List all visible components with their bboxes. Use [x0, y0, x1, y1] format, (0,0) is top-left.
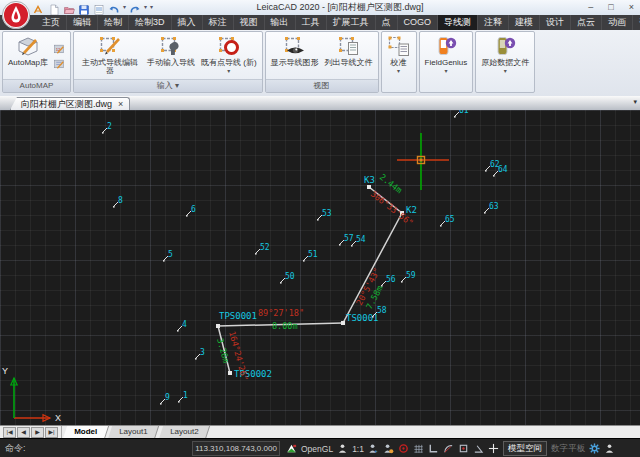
ortho-icon[interactable]	[428, 443, 439, 454]
document-tab[interactable]: 向阳村棚户区测图.dwg ×	[10, 97, 130, 110]
st-ucs-icon[interactable]	[286, 443, 297, 454]
qa-open-button[interactable]	[63, 2, 75, 14]
maximize-button[interactable]: □	[608, 0, 613, 15]
ribbon-tab-视图[interactable]: 视图	[234, 15, 265, 30]
ribbon-tab-点[interactable]: 点	[376, 15, 398, 30]
dropdown-icon[interactable]: ▾	[397, 68, 400, 74]
grid-icon	[413, 443, 424, 454]
opengl-label[interactable]: OpenGL	[301, 444, 333, 454]
ribbon-tab-扩展工具[interactable]: 扩展工具	[327, 15, 376, 30]
target-red-icon	[398, 443, 409, 454]
layout-nav-3[interactable]: ▶|	[45, 427, 58, 438]
ribbon-tab-插入[interactable]: 插入	[172, 15, 203, 30]
layout-nav-0[interactable]: |◀	[3, 427, 16, 438]
drawing-canvas[interactable]: TPS0001TS0001TPS0002K2K32618655251505357…	[0, 110, 640, 425]
point-dot	[484, 212, 486, 214]
tablet-button[interactable]: 数字平板	[551, 443, 585, 455]
model-space-button[interactable]: 模型空间	[503, 441, 547, 456]
osnap-icon[interactable]	[458, 443, 469, 454]
ribbon-tab-动画[interactable]: 动画	[602, 15, 633, 30]
qa-new-icon	[48, 4, 60, 16]
point-dot	[195, 358, 197, 360]
document-list-dropdown-icon[interactable]: ▾	[633, 98, 637, 106]
mini-map-2-button[interactable]	[53, 57, 66, 70]
close-button[interactable]: ×	[629, 0, 634, 15]
qa-save-button[interactable]	[78, 2, 90, 14]
ribbon-panel-label[interactable]: AutoMAP	[3, 79, 70, 92]
ribbon-button-原始数据文件[interactable]: 原始数据文件▾	[478, 32, 532, 92]
ribbon: AutoMap库12AutoMAP主动式导线编辑器手动输入导线既有点导线 (新)…	[0, 30, 640, 99]
ribbon-button-AutoMap库[interactable]: AutoMap库	[5, 32, 51, 79]
ribbon-tab-导线测[interactable]: 导线测	[438, 15, 478, 30]
person-orange-icon[interactable]	[383, 443, 394, 454]
qa-style-button[interactable]	[33, 2, 45, 14]
station-marker[interactable]	[367, 185, 371, 189]
point-dot	[280, 282, 282, 284]
ribbon-panel-label[interactable]: 视图	[266, 79, 378, 92]
ribbon-button-手动输入导线[interactable]: 手动输入导线	[144, 32, 198, 79]
qa-undo-button[interactable]	[108, 2, 120, 14]
calib-icon	[387, 34, 411, 58]
document-close-icon[interactable]: ×	[118, 98, 123, 110]
ribbon-tab-主页[interactable]: 主页	[36, 15, 67, 30]
annotation-scale-value[interactable]: 1:1	[352, 444, 364, 454]
ribbon-tab-绘制[interactable]: 绘制	[98, 15, 129, 30]
command-prompt[interactable]: 命令:	[5, 439, 26, 457]
ribbon-tab-编辑[interactable]: 编辑	[67, 15, 98, 30]
app-logo-icon[interactable]	[2, 1, 30, 29]
ribbon-tab-点云[interactable]: 点云	[571, 15, 602, 30]
layout-nav-1[interactable]: ◀	[17, 427, 30, 438]
ribbon-panel-label[interactable]: 输入 ▾	[74, 79, 262, 92]
crosshair-icon[interactable]	[488, 443, 499, 454]
ribbon-tab-建模[interactable]: 建模	[509, 15, 540, 30]
qa-preview-button[interactable]	[93, 2, 105, 14]
point-dot	[454, 116, 456, 118]
dropdown-icon[interactable]: ▾	[444, 68, 447, 74]
dropdown-icon[interactable]: ▾	[504, 68, 507, 74]
gear-icon[interactable]	[589, 443, 600, 454]
minimize-button[interactable]: –	[588, 0, 593, 15]
layout-nav-2[interactable]: ▶	[31, 427, 44, 438]
ribbon-tab-注释[interactable]: 注释	[478, 15, 509, 30]
ribbon-button-校准[interactable]: 校准▾	[384, 32, 414, 92]
ribbon-button-主动式导线编辑器[interactable]: 主动式导线编辑器	[76, 32, 144, 79]
ribbon-tab-输出[interactable]: 输出	[265, 15, 296, 30]
station-marker[interactable]	[341, 321, 345, 325]
point-label: 54	[356, 235, 366, 244]
ribbon-panel-原始数据文件: 原始数据文件▾	[475, 31, 535, 93]
qa-new-button[interactable]	[48, 2, 60, 14]
mini-map-1-button[interactable]: 12	[53, 42, 66, 55]
point-label: 58	[377, 306, 387, 315]
point-dot	[401, 281, 403, 283]
ribbon-tab-COGO[interactable]: COGO	[398, 15, 439, 30]
ribbon-tab-设计[interactable]: 设计	[540, 15, 571, 30]
angle-icon[interactable]	[473, 443, 484, 454]
target-red-icon[interactable]	[398, 443, 409, 454]
ribbon-button-列出导线文件[interactable]: 列出导线文件	[322, 32, 376, 79]
person-white-icon[interactable]	[604, 443, 615, 454]
qa-undo-icon	[108, 4, 120, 16]
polar-arc-icon	[443, 443, 454, 454]
point-label: 53	[322, 209, 332, 218]
ribbon-button-既有点导线 (新)[interactable]: 既有点导线 (新)▾	[198, 32, 260, 79]
point-dot	[372, 316, 374, 318]
qa-open-icon	[63, 4, 75, 16]
ribbon-tab-绘制3D[interactable]: 绘制3D	[129, 15, 172, 30]
ribbon-tab-帮助[interactable]: 帮助	[633, 15, 640, 30]
ribbon-tab-工具[interactable]: 工具	[296, 15, 327, 30]
dropdown-icon[interactable]: ▾	[227, 68, 230, 74]
polar-arc-icon[interactable]	[443, 443, 454, 454]
station-label: TPS0001	[219, 311, 257, 321]
leicacad-window: ▾▾▾ LeicaCAD 2020 - [向阳村棚户区测图.dwg] – □ ×…	[0, 0, 640, 457]
point-dot	[177, 330, 179, 332]
point-label: 64	[498, 165, 508, 174]
station-marker[interactable]	[216, 324, 220, 328]
ribbon-button-显示导线图形[interactable]: 显示导线图形	[268, 32, 322, 79]
ribbon-tab-标注[interactable]: 标注	[203, 15, 234, 30]
person-white-icon[interactable]	[337, 443, 348, 454]
ribbon-button-FieldGenius[interactable]: FieldGenius▾	[422, 32, 471, 92]
person-blue-icon[interactable]: +	[368, 443, 379, 454]
grid-icon[interactable]	[413, 443, 424, 454]
station-marker[interactable]	[228, 371, 232, 375]
point-label: 4	[182, 320, 187, 329]
